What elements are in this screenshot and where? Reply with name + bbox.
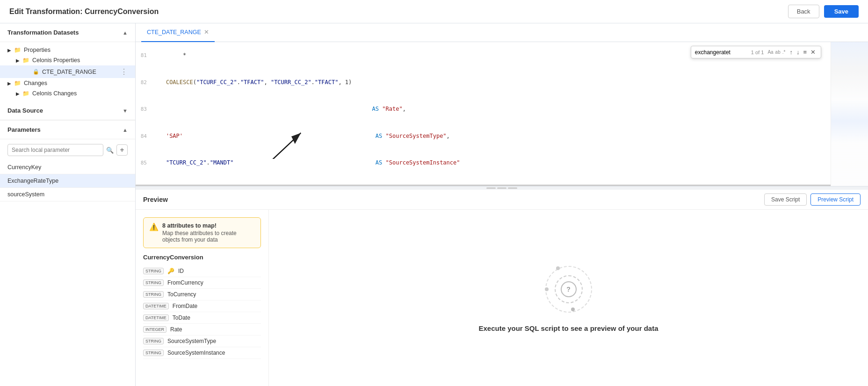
find-input[interactable] bbox=[695, 49, 746, 56]
chevron-right-icon: ▶ bbox=[7, 48, 11, 53]
attr-name-rate: Rate bbox=[170, 326, 182, 333]
code-line-86: 86 FROM "CTE_DATE_RANGE" AS "DATE_RANGE" bbox=[136, 186, 831, 186]
search-input[interactable] bbox=[7, 144, 103, 156]
preview-title: Preview bbox=[143, 196, 168, 203]
attr-name-id: ID bbox=[178, 268, 184, 274]
resize-dot-1 bbox=[486, 187, 496, 189]
param-label-source-system: sourceSystem bbox=[7, 191, 44, 198]
folder-icon3: 📁 bbox=[14, 80, 21, 86]
more-icon[interactable]: ⋮ bbox=[120, 67, 128, 76]
tree-item-cte-date-range[interactable]: 🔒 CTE_DATE_RANGE ⋮ bbox=[0, 65, 135, 78]
back-button[interactable]: Back bbox=[788, 5, 819, 18]
find-next-button[interactable]: ↓ bbox=[795, 48, 801, 56]
attr-row-rate: INTEGER Rate bbox=[143, 324, 261, 336]
save-script-button[interactable]: Save Script bbox=[764, 193, 807, 206]
parameters-label: Parameters bbox=[7, 126, 41, 133]
param-item-source-system[interactable]: sourceSystem bbox=[0, 188, 135, 201]
find-controls: 1 of 1 Aa ab .* bbox=[749, 50, 786, 55]
attr-row-source-system-instance: STRING SourceSystemInstance bbox=[143, 347, 261, 359]
entity-name: CurrencyConversion bbox=[143, 254, 261, 261]
close-tab-icon[interactable]: ✕ bbox=[204, 29, 209, 36]
orbit-center: ? bbox=[561, 281, 577, 297]
whole-word-icon[interactable]: ab bbox=[775, 50, 781, 55]
chevron-right-icon4: ▶ bbox=[16, 91, 20, 96]
header-actions: Back Save bbox=[788, 5, 859, 18]
data-source-header[interactable]: Data Source ▼ bbox=[0, 101, 135, 120]
tree-item-celonis-changes[interactable]: ▶ 📁 Celonis Changes bbox=[0, 88, 135, 99]
tree-item-changes[interactable]: ▶ 📁 Changes bbox=[0, 78, 135, 88]
param-item-currency-key[interactable]: CurrencyKey bbox=[0, 161, 135, 174]
folder-icon4: 📁 bbox=[22, 90, 29, 97]
celonis-properties-label: Celonis Properties bbox=[32, 57, 80, 64]
params-search-bar: 🔍 + bbox=[0, 139, 135, 161]
search-icon: 🔍 bbox=[106, 147, 114, 154]
sidebar: Transformation Datasets ▲ ▶ 📁 Properties… bbox=[0, 23, 136, 386]
cte-date-range-label: CTE_DATE_RANGE bbox=[42, 69, 96, 75]
chevron-up-icon2: ▲ bbox=[123, 127, 128, 133]
content-area: CTE_DATE_RANGE ✕ 1 of 1 Aa ab .* ↑ bbox=[136, 23, 868, 386]
resize-handle bbox=[486, 187, 517, 189]
tab-cte-date-range[interactable]: CTE_DATE_RANGE ✕ bbox=[141, 23, 215, 42]
find-navigation: ↑ ↓ ≡ ✕ bbox=[788, 48, 817, 56]
type-badge-source-system-type: STRING bbox=[143, 338, 164, 344]
datasets-section-header[interactable]: Transformation Datasets ▲ bbox=[0, 23, 135, 42]
tab-label: CTE_DATE_RANGE bbox=[147, 29, 201, 36]
main-layout: Transformation Datasets ▲ ▶ 📁 Properties… bbox=[0, 23, 868, 386]
orbit-dot-2 bbox=[545, 287, 549, 291]
save-button[interactable]: Save bbox=[824, 5, 859, 18]
parameters-section: Parameters ▲ 🔍 + CurrencyKey ExchangeRat… bbox=[0, 121, 135, 386]
preview-header: Preview Save Script Preview Script bbox=[136, 190, 868, 210]
attr-name-to-date: ToDate bbox=[173, 315, 190, 321]
parameter-list: CurrencyKey ExchangeRateType sourceSyste… bbox=[0, 161, 135, 201]
attr-name-from-currency: FromCurrency bbox=[167, 279, 203, 286]
attr-row-from-date: DATETIME FromDate bbox=[143, 300, 261, 312]
dataset-tree: ▶ 📁 Properties ▶ 📁 Celonis Properties 🔒 … bbox=[0, 42, 135, 101]
warning-desc: Map these attributes to create objects f… bbox=[162, 230, 255, 243]
attr-name-to-currency: ToCurrency bbox=[167, 291, 196, 298]
tree-item-label: Properties bbox=[24, 47, 51, 53]
parameters-header[interactable]: Parameters ▲ bbox=[0, 121, 135, 139]
chevron-right-icon3: ▶ bbox=[7, 81, 11, 86]
minimap bbox=[831, 42, 868, 186]
type-badge-id: STRING bbox=[143, 268, 164, 274]
editor-container: 1 of 1 Aa ab .* ↑ ↓ ≡ ✕ 81 bbox=[136, 42, 868, 186]
tree-item-celonis-properties[interactable]: ▶ 📁 Celonis Properties bbox=[0, 55, 135, 65]
param-item-exchange-rate-type[interactable]: ExchangeRateType bbox=[0, 174, 135, 188]
header-title: Edit Transformation: CurrencyConversion bbox=[9, 7, 159, 16]
changes-label: Changes bbox=[24, 80, 47, 86]
preview-script-button[interactable]: Preview Script bbox=[810, 193, 861, 206]
empty-state-text: Execute your SQL script to see a preview… bbox=[478, 324, 658, 332]
find-prev-button[interactable]: ↑ bbox=[788, 48, 794, 56]
find-menu-button[interactable]: ≡ bbox=[802, 48, 808, 56]
case-sensitive-icon[interactable]: Aa bbox=[767, 50, 773, 55]
tree-item-properties[interactable]: ▶ 📁 Properties bbox=[0, 45, 135, 55]
folder-icon: 📁 bbox=[14, 47, 21, 53]
code-content: 81 * 82 COALESCE("TCURF_CC_2"."TFACT", "… bbox=[136, 42, 831, 186]
type-badge-rate: INTEGER bbox=[143, 326, 166, 333]
param-label-currency-key: CurrencyKey bbox=[7, 164, 41, 171]
attr-row-source-system-type: STRING SourceSystemType bbox=[143, 336, 261, 347]
type-badge-from-date: DATETIME bbox=[143, 303, 169, 309]
warning-icon: ⚠️ bbox=[149, 222, 159, 243]
key-icon-id: 🔑 bbox=[167, 268, 174, 274]
regex-icon[interactable]: .* bbox=[782, 50, 786, 55]
chevron-up-icon: ▲ bbox=[123, 30, 128, 36]
attributes-panel: ⚠️ 8 attributes to map! Map these attrib… bbox=[136, 210, 269, 386]
code-editor[interactable]: 1 of 1 Aa ab .* ↑ ↓ ≡ ✕ 81 bbox=[136, 42, 831, 186]
attr-row-to-currency: STRING ToCurrency bbox=[143, 289, 261, 300]
orbit-dot-3 bbox=[571, 307, 575, 311]
app-header: Edit Transformation: CurrencyConversion … bbox=[0, 0, 868, 23]
find-close-button[interactable]: ✕ bbox=[809, 48, 817, 56]
attr-row-id: STRING 🔑 ID bbox=[143, 265, 261, 277]
code-line-85: 85 "TCURR_CC_2"."MANDT" AS "SourceSystem… bbox=[136, 158, 831, 167]
add-parameter-button[interactable]: + bbox=[116, 144, 128, 156]
type-badge-from-currency: STRING bbox=[143, 279, 164, 286]
datasets-label: Transformation Datasets bbox=[7, 29, 79, 36]
title-prefix: Edit Transformation: bbox=[9, 7, 82, 15]
type-badge-source-system-instance: STRING bbox=[143, 350, 164, 356]
empty-state: ? Execute your SQL script to see a previ… bbox=[269, 210, 868, 386]
resize-divider[interactable] bbox=[136, 186, 868, 190]
orbit-dot-1 bbox=[556, 266, 560, 270]
preview-content: ⚠️ 8 attributes to map! Map these attrib… bbox=[136, 210, 868, 386]
attr-name-from-date: FromDate bbox=[173, 303, 197, 309]
